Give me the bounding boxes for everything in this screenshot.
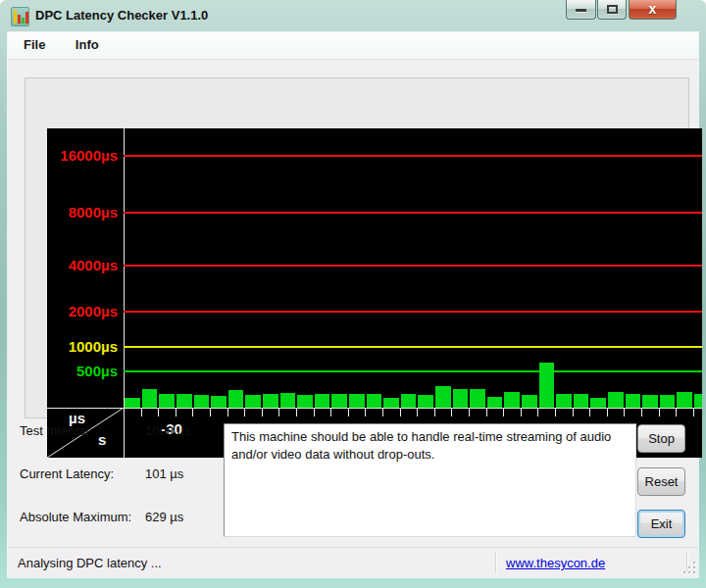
latency-bar [626, 394, 641, 408]
x-axis-tick [314, 409, 315, 416]
x-axis-tick [503, 409, 504, 416]
latency-bar [642, 395, 658, 408]
latency-bar [453, 389, 469, 408]
close-button[interactable]: x [629, 0, 677, 20]
gridline-500us [124, 370, 702, 372]
x-axis-tick [555, 409, 556, 416]
thesycon-link[interactable]: www.thesycon.de [506, 556, 605, 570]
client-area: File Info µs s 16000µs8000µs4000µs2000µs… [8, 32, 698, 577]
gridline-2000us [124, 311, 702, 313]
corner-unit-s: s [98, 431, 106, 448]
latency-bar [211, 396, 227, 408]
y-axis-label-4000: 4000µs [47, 257, 118, 273]
x-axis-tick [348, 409, 349, 416]
status-separator [495, 552, 496, 573]
maximize-button[interactable] [597, 0, 627, 20]
test-interval-label: Test Interval: [20, 423, 92, 438]
y-axis-label-8000: 8000µs [47, 204, 118, 220]
app-window: DPC Latency Checker V1.1.0 x File Info µ… [0, 0, 706, 588]
app-icon-bar [14, 10, 17, 24]
latency-bar [556, 394, 572, 408]
latency-bar [574, 394, 589, 408]
latency-bar [383, 398, 399, 408]
latency-bar [367, 394, 382, 408]
x-axis-tick [244, 409, 245, 416]
latency-bar [263, 394, 278, 408]
latency-bar [125, 398, 140, 408]
window-title: DPC Latency Checker V1.1.0 [35, 8, 208, 23]
minimize-button[interactable] [566, 0, 596, 20]
resize-grip[interactable] [682, 561, 695, 573]
app-icon [11, 7, 29, 26]
latency-bar [349, 394, 365, 408]
minimize-icon [576, 9, 586, 12]
menu-file[interactable]: File [14, 32, 55, 60]
x-axis-tick [158, 409, 159, 416]
x-axis-tick [607, 409, 608, 416]
y-axis-label-500: 500µs [47, 363, 118, 379]
latency-bar [694, 394, 702, 408]
app-icon-bar [18, 15, 21, 24]
x-axis-tick [176, 409, 176, 416]
current-latency-value: 101 µs [145, 466, 183, 481]
x-axis-tick [400, 409, 401, 416]
latency-bar [677, 392, 692, 408]
app-icon-bar [22, 18, 25, 24]
x-axis-tick [624, 409, 625, 416]
latency-bar [660, 395, 676, 408]
menu-info[interactable]: Info [66, 32, 109, 60]
x-axis-tick [227, 409, 228, 416]
menu-bar: File Info [8, 32, 698, 60]
x-axis-tick [141, 409, 142, 416]
x-axis-tick [451, 409, 452, 416]
latency-bar [590, 398, 606, 408]
x-axis-tick [434, 409, 435, 416]
close-icon: x [630, 1, 676, 17]
latency-bar [504, 392, 520, 408]
stop-button[interactable]: Stop [637, 424, 685, 453]
current-latency-label: Current Latency: [20, 466, 114, 481]
latency-bar [418, 395, 433, 408]
exit-button[interactable]: Exit [637, 510, 685, 538]
x-axis-tick [262, 409, 263, 416]
latency-bar [142, 389, 158, 408]
gridline-8000us [124, 212, 702, 214]
status-text: Analysing DPC latency ... [18, 556, 162, 570]
x-axis-tick [382, 409, 383, 416]
latency-bar [539, 363, 555, 408]
x-axis-tick [641, 409, 642, 416]
app-icon-bar [25, 12, 28, 24]
y-axis-label-1000: 1000µs [47, 338, 118, 355]
latency-bar [176, 394, 192, 408]
x-axis-tick [676, 409, 677, 416]
x-axis-tick [486, 409, 487, 416]
y-axis-label-2000: 2000µs [47, 303, 118, 319]
result-message: This machine should be able to handle re… [224, 423, 636, 537]
x-axis-tick [659, 409, 660, 416]
latency-bar [487, 397, 503, 408]
x-axis-tick [521, 409, 522, 416]
x-axis-tick [210, 409, 211, 416]
latency-bar [522, 395, 537, 408]
x-axis-tick [124, 409, 125, 416]
x-axis-tick [589, 409, 590, 416]
x-axis-tick [573, 409, 574, 416]
test-interval-value: 1000 µs [145, 423, 191, 438]
absolute-maximum-label: Absolute Maximum: [20, 510, 131, 524]
latency-chart-frame: µs s 16000µs8000µs4000µs2000µs1000µs500µ… [25, 77, 689, 418]
latency-bar [608, 392, 624, 408]
absolute-maximum-value: 629 µs [145, 510, 183, 524]
x-axis-line [47, 408, 702, 409]
y-axis-label-16000: 16000µs [47, 147, 118, 164]
reset-button[interactable]: Reset [637, 467, 685, 496]
x-axis-tick [469, 409, 470, 416]
latency-bar [435, 386, 451, 408]
status-bar: Analysing DPC latency ... www.thesycon.d… [8, 547, 698, 577]
x-axis-tick [192, 409, 193, 416]
latency-bar [245, 395, 261, 408]
latency-bar [159, 394, 175, 408]
latency-bar [315, 394, 330, 408]
latency-bar [297, 395, 313, 408]
latency-bar [280, 393, 296, 408]
latency-bar [228, 390, 244, 408]
